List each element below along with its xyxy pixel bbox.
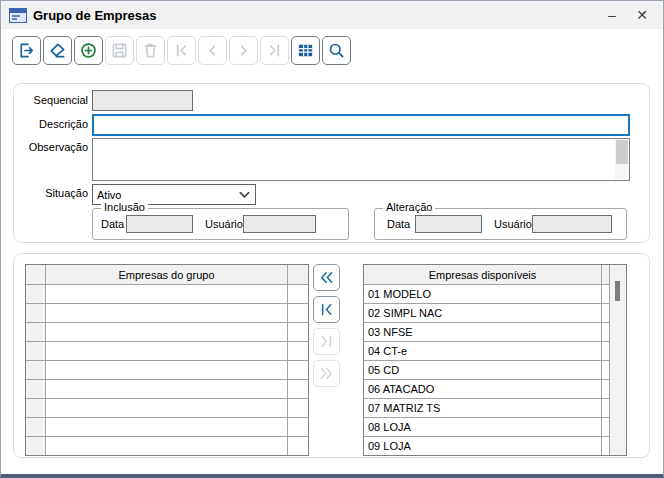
table-row[interactable]: 07 MATRIZ TS [364, 399, 626, 418]
inclusao-legend: Inclusão [101, 201, 148, 213]
grid-icon [296, 41, 315, 60]
first-record-button[interactable] [167, 36, 196, 65]
table-row[interactable] [26, 342, 308, 361]
empresas-disponiveis-header: Empresas disponíveis [364, 265, 602, 284]
observacao-scrollbar-thumb[interactable] [616, 140, 628, 164]
form-panel: Sequencial Descrição Observação Situação… [13, 83, 650, 243]
table-scrollbar-thumb[interactable] [615, 281, 620, 301]
eraser-icon [48, 41, 67, 60]
inclusao-groupbox: Inclusão Data Usuário [92, 208, 349, 240]
observacao-field [92, 138, 630, 181]
table-row[interactable] [26, 304, 308, 323]
sequencial-label: Sequencial [14, 94, 88, 106]
first-record-icon [172, 41, 191, 60]
table-row[interactable]: 06 ATACADO [364, 380, 626, 399]
alteracao-data-label: Data [387, 218, 410, 230]
table-row[interactable]: 01 MODELO [364, 285, 626, 304]
table-row[interactable] [26, 285, 308, 304]
table-row[interactable]: 08 LOJA [364, 418, 626, 437]
window-title: Grupo de Empresas [33, 8, 597, 23]
double-chevron-right-icon [318, 365, 335, 382]
next-record-button[interactable] [229, 36, 258, 65]
table-row[interactable]: 03 NFSE [364, 323, 626, 342]
add-icon [79, 41, 98, 60]
add-button[interactable] [74, 36, 103, 65]
close-button[interactable]: ✕ [627, 3, 657, 27]
last-record-icon [265, 41, 284, 60]
search-button[interactable] [322, 36, 351, 65]
move-selected-to-left-button[interactable] [313, 296, 340, 323]
table-row[interactable]: 02 SIMPL NAC [364, 304, 626, 323]
lists-panel: Empresas do grupo [13, 253, 650, 458]
inclusao-usuario-input[interactable] [243, 215, 316, 233]
table-row[interactable] [26, 418, 308, 437]
sequencial-input[interactable] [92, 90, 193, 111]
bar-chevron-left-icon [318, 301, 335, 318]
observacao-scrollbar[interactable] [615, 139, 629, 180]
save-button[interactable] [105, 36, 134, 65]
table-row[interactable]: 04 CT-e [364, 342, 626, 361]
alteracao-data-input[interactable] [415, 215, 482, 233]
delete-button[interactable] [136, 36, 165, 65]
move-all-to-right-button[interactable] [313, 360, 340, 387]
save-icon [110, 41, 129, 60]
minimize-button[interactable]: – [597, 3, 627, 27]
table-header-row: Empresas do grupo [26, 265, 308, 285]
clear-button[interactable] [43, 36, 72, 65]
chevron-down-icon [238, 188, 251, 201]
inclusao-usuario-label: Usuário [205, 218, 243, 230]
table-row[interactable] [26, 399, 308, 418]
next-record-icon [234, 41, 253, 60]
move-selected-to-right-button[interactable] [313, 328, 340, 355]
descricao-input[interactable] [92, 114, 630, 136]
table-row[interactable]: 09 LOJA [364, 437, 626, 456]
form-window-icon [9, 8, 27, 23]
titlebar[interactable]: Grupo de Empresas – ✕ [1, 1, 663, 29]
table-row[interactable]: 05 CD [364, 361, 626, 380]
table-scrollbar[interactable] [609, 265, 626, 455]
inclusao-data-input[interactable] [126, 215, 193, 233]
grid-view-button[interactable] [291, 36, 320, 65]
exit-icon [17, 41, 36, 60]
alteracao-legend: Alteração [383, 201, 435, 213]
descricao-label: Descrição [14, 118, 88, 130]
alteracao-usuario-label: Usuário [494, 218, 532, 230]
grupo-de-empresas-window: Grupo de Empresas – ✕ [0, 0, 664, 478]
alteracao-usuario-input[interactable] [532, 215, 612, 233]
empresas-do-grupo-header: Empresas do grupo [46, 265, 288, 284]
table-header-row: Empresas disponíveis [364, 265, 626, 285]
previous-record-button[interactable] [198, 36, 227, 65]
empresas-disponiveis-table: Empresas disponíveis 01 MODELO 02 SIMPL … [363, 264, 627, 456]
observacao-input[interactable] [93, 139, 615, 180]
search-icon [327, 41, 346, 60]
inclusao-data-label: Data [101, 218, 124, 230]
situacao-label: Situação [14, 187, 88, 199]
toolbar [12, 36, 351, 65]
row-selector-header [26, 265, 46, 284]
empresas-do-grupo-table: Empresas do grupo [25, 264, 309, 456]
table-row[interactable] [26, 437, 308, 456]
double-chevron-left-icon [318, 269, 335, 286]
observacao-label: Observação [14, 141, 88, 153]
table-row[interactable] [26, 323, 308, 342]
situacao-selected-value: Ativo [97, 189, 238, 201]
extra-column-header [288, 265, 308, 284]
alteracao-groupbox: Alteração Data Usuário [374, 208, 627, 240]
table-row[interactable] [26, 380, 308, 399]
chevron-right-bar-icon [318, 333, 335, 350]
trash-icon [141, 41, 160, 60]
move-all-to-left-button[interactable] [313, 264, 340, 291]
exit-button[interactable] [12, 36, 41, 65]
last-record-button[interactable] [260, 36, 289, 65]
previous-record-icon [203, 41, 222, 60]
table-row[interactable] [26, 361, 308, 380]
